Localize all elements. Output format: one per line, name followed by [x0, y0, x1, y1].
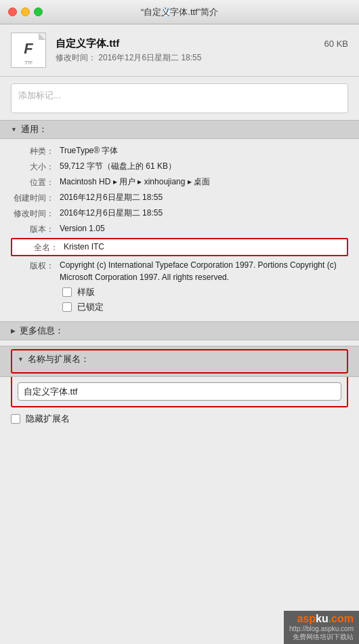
title-bar: 📄 “自定义字体.ttf”简介 — [0, 0, 359, 24]
info-row-fullname: 全名： Kristen ITC — [11, 238, 348, 256]
traffic-lights — [8, 7, 43, 16]
size-value: 59,712 字节（磁盘上的 61 KB） — [60, 160, 348, 172]
version-label: 版本： — [11, 222, 60, 235]
version-value: Version 1.05 — [60, 222, 348, 235]
modified-label: 修改时间： — [56, 53, 96, 62]
info-row-version: 版本： Version 1.05 — [11, 222, 348, 235]
sample-label: 样版 — [77, 286, 95, 298]
info-row-copyright: 版权： Copyright (c) International Typeface… — [11, 259, 348, 283]
kind-value: TrueType® 字体 — [60, 144, 348, 157]
name-ext-label: 名称与扩展名： — [28, 353, 89, 365]
hide-extension-checkbox[interactable] — [11, 414, 20, 424]
info-row-location: 位置： Macintosh HD ▸ 用户 ▸ xinhoujiang ▸ 桌面 — [11, 176, 348, 188]
location-value: Macintosh HD ▸ 用户 ▸ xinhoujiang ▸ 桌面 — [60, 176, 348, 188]
more-info-section-label: 更多信息： — [20, 325, 64, 337]
maximize-button[interactable] — [34, 7, 43, 16]
general-section-label: 通用： — [21, 123, 47, 136]
title-bar-title: “自定义字体.ttf”简介 — [141, 6, 218, 18]
close-button[interactable] — [8, 7, 17, 16]
name-ext-triangle-icon: ▼ — [18, 356, 24, 363]
more-info-section-header[interactable]: ▶ 更多信息： — [0, 321, 359, 340]
info-row-modified: 修改时间： 2016年12月6日星期二 18:55 — [11, 207, 348, 220]
location-label: 位置： — [11, 176, 60, 188]
file-size: 60 KB — [324, 39, 348, 49]
file-name-row: 自定义字体.ttf 60 KB — [56, 37, 348, 50]
modified-value: 2016年12月6日星期二 18:55 — [60, 207, 348, 219]
info-row-size: 大小： 59,712 字节（磁盘上的 61 KB） — [11, 160, 348, 173]
modified-label2: 修改时间： — [11, 207, 60, 220]
watermark-brand: aspku.com — [297, 613, 354, 625]
modified-time: 2016年12月6日星期二 18:55 — [98, 53, 201, 62]
watermark-asp: asp — [297, 613, 316, 624]
checkbox-sample[interactable]: 样版 — [62, 286, 348, 298]
copyright-label: 版权： — [11, 259, 60, 272]
locked-checkbox[interactable] — [62, 302, 72, 312]
file-type-icon: F TTF — [11, 33, 46, 68]
minimize-button[interactable] — [21, 7, 30, 16]
checkbox-locked[interactable]: 已锁定 — [62, 301, 348, 313]
general-section-header[interactable]: ▼ 通用： — [0, 120, 359, 139]
watermark-suburl: 免费网络培训下载站 — [293, 632, 354, 642]
watermark-url: http://blog.aspku.com — [289, 625, 354, 632]
created-value: 2016年12月6日星期二 18:55 — [60, 191, 348, 203]
hide-extension-row[interactable]: 隐藏扩展名 — [11, 413, 348, 425]
more-info-triangle-icon: ▶ — [11, 327, 16, 334]
file-icon-letter: F — [24, 40, 33, 58]
info-row-kind: 种类： TrueType® 字体 — [11, 144, 348, 157]
name-ext-header: ▼ 名称与扩展名： — [18, 353, 341, 365]
file-info: 自定义字体.ttf 60 KB 修改时间： 2016年12月6日星期二 18:5… — [56, 37, 348, 64]
extension-input[interactable] — [18, 382, 341, 401]
sample-checkbox[interactable] — [62, 287, 72, 297]
file-header: F TTF 自定义字体.ttf 60 KB 修改时间： 2016年12月6日星期… — [0, 24, 359, 77]
general-triangle-icon: ▼ — [11, 126, 17, 133]
file-icon-type-label: TTF — [24, 60, 32, 65]
tags-placeholder: 添加标记... — [18, 90, 61, 100]
kind-label: 种类： — [11, 144, 60, 157]
tags-input[interactable]: 添加标记... — [11, 83, 348, 113]
locked-label: 已锁定 — [77, 301, 104, 313]
copyright-value: Copyright (c) International Typeface Cor… — [60, 259, 348, 283]
hide-extension-label: 隐藏扩展名 — [26, 413, 70, 425]
size-label: 大小： — [11, 160, 60, 173]
name-ext-input-container — [11, 377, 348, 407]
window: 📄 “自定义字体.ttf”简介 F TTF 自定义字体.ttf 60 KB 修改… — [0, 0, 359, 644]
file-name: 自定义字体.ttf — [56, 37, 119, 50]
fullname-value: Kristen ITC — [64, 241, 344, 253]
general-info-section: 种类： TrueType® 字体 大小： 59,712 字节（磁盘上的 61 K… — [0, 139, 359, 321]
fullname-label: 全名： — [15, 241, 64, 254]
name-ext-section-header[interactable]: ▼ 名称与扩展名： — [0, 346, 359, 377]
watermark: aspku.com http://blog.aspku.com 免费网络培训下载… — [284, 611, 359, 644]
watermark-ku: ku — [316, 613, 329, 624]
info-row-created: 创建时间： 2016年12月6日星期二 18:55 — [11, 191, 348, 204]
file-modified: 修改时间： 2016年12月6日星期二 18:55 — [56, 52, 348, 64]
created-label: 创建时间： — [11, 191, 60, 204]
watermark-com: .com — [329, 613, 354, 624]
